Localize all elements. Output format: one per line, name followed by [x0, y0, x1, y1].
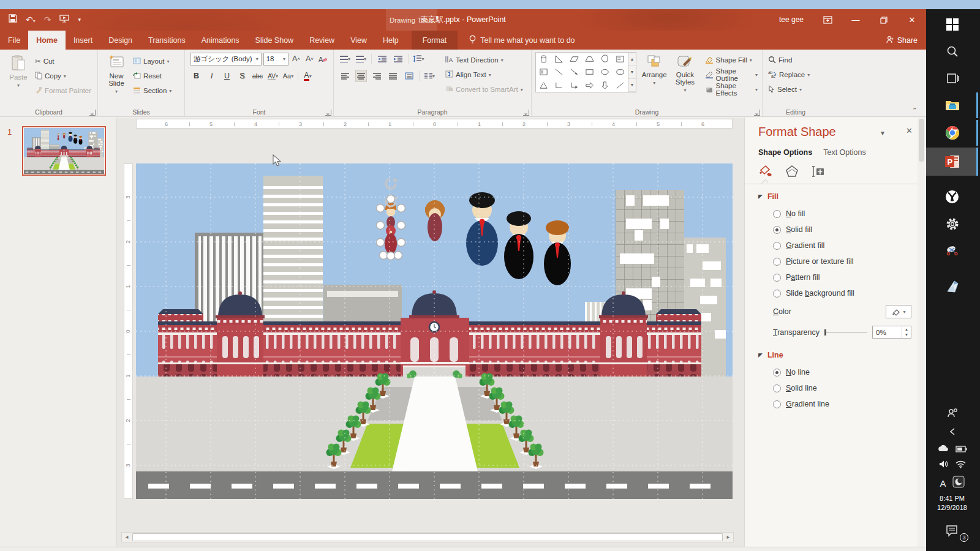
grow-font-button[interactable]: A˄ [290, 53, 302, 65]
tab-design[interactable]: Design [100, 31, 140, 50]
signed-in-user[interactable]: tee gee [779, 15, 804, 24]
shape-fill-button[interactable]: Shape Fill▾ [703, 53, 760, 67]
shape-elbow-arrow-icon[interactable] [567, 79, 582, 92]
restore-button[interactable] [870, 9, 898, 31]
align-text-button[interactable]: Align Text▾ [443, 68, 525, 81]
people-icon[interactable] [926, 404, 978, 422]
replace-button[interactable]: abac Replace▾ [766, 68, 826, 81]
reset-button[interactable]: Reset [131, 69, 173, 83]
align-center-button[interactable] [355, 70, 367, 82]
shape-down-arrow-icon[interactable] [597, 79, 612, 92]
italic-button[interactable]: I [206, 70, 217, 82]
tab-slide-show[interactable]: Slide Show [247, 31, 302, 50]
shape-line-icon[interactable] [551, 66, 567, 78]
increase-indent-button[interactable] [392, 53, 404, 65]
shapes-gallery-scroll[interactable]: ▲ ▼ ▼ [628, 52, 636, 92]
xbox-icon[interactable] [926, 184, 978, 209]
close-button[interactable]: ✕ [898, 9, 926, 31]
tab-text-options[interactable]: Text Options [823, 148, 865, 157]
radio-no-fill[interactable]: No fill [773, 209, 911, 218]
align-right-button[interactable] [371, 70, 383, 82]
shape-rectangle-icon[interactable] [582, 66, 597, 78]
line-section-header[interactable]: ◤Line [758, 351, 911, 359]
radio-gradient-line[interactable]: Gradient line [773, 400, 911, 408]
powerpoint-taskbar-icon[interactable]: P [926, 148, 978, 176]
cut-button[interactable]: ✂Cut [33, 54, 93, 68]
shape-parallelogram-icon[interactable] [567, 53, 582, 66]
layout-button[interactable]: Layout▾ [131, 54, 173, 68]
font-dialog-launcher[interactable] [325, 110, 331, 116]
scroll-right-icon[interactable]: ► [723, 533, 733, 542]
start-button[interactable] [926, 12, 978, 37]
strikethrough-button[interactable]: abc [252, 70, 263, 82]
slide-canvas[interactable] [136, 163, 733, 499]
task-view-icon[interactable] [926, 66, 978, 91]
text-shadow-button[interactable]: S [236, 70, 248, 82]
pane-close-icon[interactable]: ✕ [906, 126, 913, 135]
font-size-combo[interactable]: 18▾ [263, 53, 288, 66]
radio-button[interactable] [773, 226, 781, 234]
tab-animations[interactable]: Animations [194, 31, 247, 50]
text-direction-button[interactable]: A Text Direction▾ [443, 53, 525, 67]
shape-trapezoid-icon[interactable] [582, 53, 597, 66]
underline-button[interactable]: U [221, 70, 233, 82]
scrollbar-thumb[interactable] [132, 533, 723, 541]
radio-solid-line[interactable]: Solid line [773, 384, 911, 392]
gallery-more-icon[interactable]: ▼ [628, 79, 636, 92]
tab-view[interactable]: View [342, 31, 375, 50]
pane-menu-icon[interactable]: ▼ [880, 130, 886, 137]
tab-home[interactable]: Home [28, 31, 66, 50]
transparency-slider-track[interactable] [826, 332, 867, 332]
font-name-combo[interactable]: 游ゴシック (Body)▾ [190, 53, 262, 66]
format-painter-button[interactable]: Format Painter [33, 84, 93, 97]
shape-outline-button[interactable]: Shape Outline▾ [703, 68, 760, 81]
radio-button[interactable] [773, 369, 781, 377]
shape-right-arrow-icon[interactable] [582, 79, 597, 92]
convert-smartart-button[interactable]: Convert to SmartArt▾ [443, 83, 525, 96]
clear-formatting-button[interactable]: A [317, 53, 329, 65]
shape-elbow-icon[interactable] [551, 79, 567, 92]
tab-shape-options[interactable]: Shape Options [758, 148, 812, 157]
tab-file[interactable]: File [0, 31, 28, 50]
radio-no-line[interactable]: No line [773, 368, 911, 377]
fill-color-button[interactable]: ▾ [886, 305, 911, 318]
minimize-button[interactable]: — [842, 9, 870, 31]
clipboard-dialog-launcher[interactable] [89, 110, 96, 116]
ribbon-display-options-button[interactable] [813, 9, 842, 31]
shape-teardrop-icon[interactable] [597, 53, 612, 66]
paste-button[interactable]: Paste▾ [4, 52, 33, 105]
font-color-button[interactable]: A▾ [302, 70, 314, 82]
character-spacing-button[interactable]: AV▾ [267, 70, 279, 82]
battery-icon[interactable] [956, 444, 967, 455]
gallery-up-icon[interactable]: ▲ [628, 53, 636, 66]
radio-button[interactable] [773, 258, 781, 266]
align-left-button[interactable] [339, 70, 351, 82]
radio-gradient-fill[interactable]: Gradient fill [773, 241, 911, 250]
radio-button[interactable] [773, 384, 781, 392]
tab-help[interactable]: Help [375, 31, 407, 50]
sticky-notes-icon[interactable] [926, 274, 978, 299]
fill-and-line-icon[interactable] [758, 165, 773, 180]
slide-1-thumbnail[interactable] [22, 126, 106, 176]
chrome-icon[interactable] [926, 120, 978, 146]
justify-button[interactable] [387, 70, 399, 82]
share-button[interactable]: Share [886, 31, 918, 50]
pane-scrollbar[interactable] [918, 118, 925, 547]
line-spacing-button[interactable]: ▾ [413, 53, 424, 65]
shrink-font-button[interactable]: A˅ [304, 53, 315, 65]
volume-icon[interactable] [939, 460, 949, 471]
radio-button[interactable] [773, 290, 781, 298]
snipping-tool-icon[interactable] [926, 238, 978, 264]
shape-line2-icon[interactable] [612, 79, 628, 92]
decrease-indent-button[interactable] [376, 53, 388, 65]
paragraph-dialog-launcher[interactable] [523, 110, 529, 116]
file-explorer-icon[interactable] [926, 92, 978, 118]
search-icon[interactable] [926, 39, 978, 64]
radio-button[interactable] [773, 210, 781, 218]
onedrive-cloud-icon[interactable] [938, 444, 949, 455]
tell-me-box[interactable]: Tell me what you want to do [461, 31, 582, 50]
radio-button[interactable] [773, 274, 781, 282]
shape-rounded-rectangle-icon[interactable] [612, 66, 628, 78]
distribute-text-button[interactable] [403, 70, 415, 82]
show-hidden-icons-chevron[interactable] [926, 424, 978, 439]
